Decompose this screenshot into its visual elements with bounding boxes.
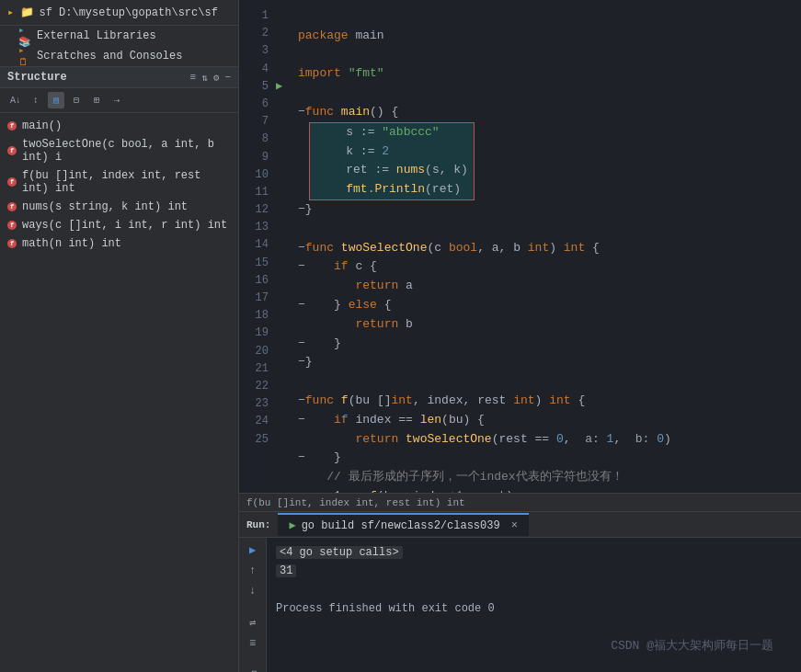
- line-numbers: 1 2 3 4 5 6 7 8 9 10 11 12 13 14 15 16 1: [239, 0, 276, 493]
- library-icon: ▸ 📚: [18, 29, 31, 42]
- scratch-icon: ▸ 🗒: [18, 50, 31, 63]
- struct-item-main[interactable]: f main(): [0, 117, 238, 135]
- run-sidebar: ▶ ↑ ↓ ⇌ ≡ 🖨 🗑: [239, 538, 267, 672]
- run-down-icon[interactable]: ↓: [244, 585, 262, 598]
- run-up-icon[interactable]: ↑: [244, 564, 262, 577]
- run-tab-label: go build sf/newclass2/class039: [302, 519, 500, 532]
- struct-item-label: ways(c []int, i int, r int) int: [22, 219, 227, 232]
- error-icon: f: [7, 202, 17, 211]
- sort-collapse-btn[interactable]: ⊟: [68, 92, 85, 108]
- sort-expand-btn[interactable]: ⊞: [88, 92, 105, 108]
- run-wrap-icon[interactable]: ⇌: [244, 616, 262, 630]
- run-output-setup: <4 go setup calls>: [276, 543, 792, 562]
- watermark: CSDN @福大大架构师每日一题: [611, 637, 773, 654]
- sidebar-item-label: External Libraries: [37, 29, 156, 42]
- error-icon: f: [7, 177, 17, 187]
- settings-icon[interactable]: ⚙: [213, 72, 220, 84]
- error-icon: f: [7, 239, 17, 248]
- error-icon: f: [7, 146, 17, 155]
- struct-item-f[interactable]: f f(bu []int, index int, rest int) int: [0, 166, 238, 198]
- error-icon: f: [7, 221, 17, 230]
- close-icon[interactable]: −: [224, 72, 231, 83]
- sort-toolbar: A↓ ↕ ▤ ⊟ ⊞ ⇢: [0, 88, 238, 113]
- structure-title: Structure: [7, 71, 67, 84]
- run-result-num: 31: [276, 564, 296, 577]
- run-play-icon[interactable]: ▶: [244, 543, 262, 557]
- structure-header: Structure ≡ ⇅ ⚙ −: [0, 67, 238, 88]
- structure-list: f main() f twoSelectOne(c bool, a int, b…: [0, 113, 238, 672]
- sidebar-item-label: Scratches and Consoles: [37, 50, 182, 63]
- sidebar-item-external-libraries[interactable]: ▸ 📚 External Libraries: [0, 26, 238, 46]
- sort-alpha-btn[interactable]: A↓: [7, 92, 24, 108]
- run-tab[interactable]: ▶ go build sf/newclass2/class039 ×: [278, 513, 528, 536]
- error-icon: f: [7, 121, 17, 131]
- folder-icon: ▸ 📁: [7, 6, 34, 19]
- sort-extra-btn[interactable]: ⇢: [109, 92, 125, 108]
- sort2-icon[interactable]: ⇅: [201, 72, 208, 84]
- bottom-tabs: Run: ▶ go build sf/newclass2/class039 ×: [239, 512, 801, 538]
- run-output-number: 31: [276, 562, 792, 580]
- project-root[interactable]: ▸ 📁 sf D:\mysetup\gopath\src\sf: [0, 0, 238, 26]
- sort-icon[interactable]: ≡: [190, 72, 197, 83]
- struct-item-label: math(n int) int: [22, 237, 121, 250]
- struct-item-label: twoSelectOne(c bool, a int, b int) i: [22, 138, 231, 164]
- struct-item-label: main(): [22, 120, 62, 132]
- sort-group-btn[interactable]: ▤: [48, 92, 64, 108]
- run-print-icon[interactable]: 🖨: [244, 668, 262, 672]
- structure-toolbar: ≡ ⇅ ⚙ −: [190, 72, 231, 84]
- run-filter-icon[interactable]: ≡: [244, 637, 262, 650]
- struct-item-twoselectone[interactable]: f twoSelectOne(c bool, a int, b int) i: [0, 135, 238, 166]
- struct-item-label: f(bu []int, index int, rest int) int: [22, 169, 231, 195]
- run-call-count: <4 go setup calls>: [276, 546, 403, 559]
- run-label: Run:: [239, 518, 278, 532]
- struct-item-ways[interactable]: f ways(c []int, i int, r int) int: [0, 216, 238, 234]
- run-exit-text: Process finished with exit code 0: [276, 602, 495, 615]
- run-output-exit: Process finished with exit code 0: [276, 599, 792, 618]
- run-output-blank: [276, 581, 792, 599]
- project-path: sf D:\mysetup\gopath\src\sf: [39, 6, 217, 19]
- sidebar-item-scratches[interactable]: ▸ 🗒 Scratches and Consoles: [0, 46, 238, 66]
- sort-type-btn[interactable]: ↕: [28, 92, 44, 108]
- struct-item-nums[interactable]: f nums(s string, k int) int: [0, 198, 238, 216]
- struct-item-math[interactable]: f math(n int) int: [0, 234, 238, 253]
- tooltip-text: f(bu []int, index int, rest int) int: [246, 497, 465, 508]
- struct-item-label: nums(s string, k int) int: [22, 200, 188, 213]
- code-editor[interactable]: package main import "fmt" −func main() {…: [294, 0, 801, 493]
- tooltip-bar: f(bu []int, index int, rest int) int: [239, 493, 801, 511]
- run-tab-close[interactable]: ×: [511, 519, 518, 532]
